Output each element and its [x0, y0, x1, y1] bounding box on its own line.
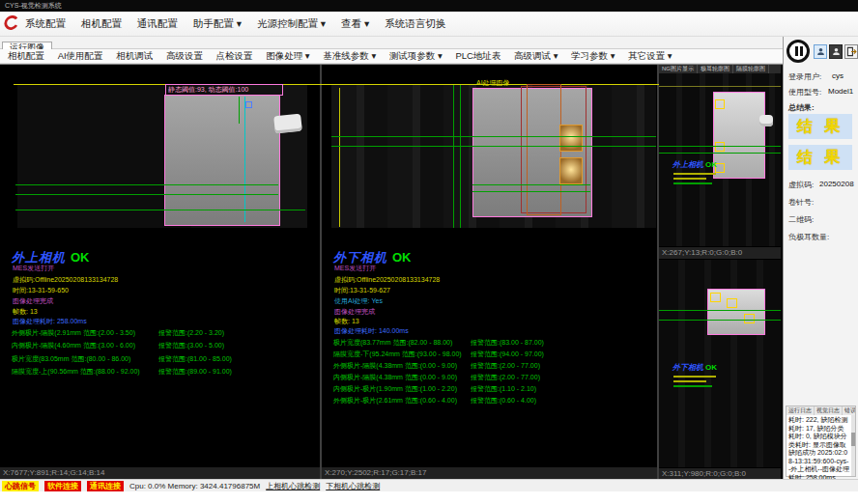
frame-count-line: 帧数: 13	[334, 317, 359, 325]
tab-material-blob	[759, 115, 773, 126]
tab-separator-contour[interactable]: 隔膜轮廓图	[733, 65, 769, 73]
menu-camera-config[interactable]: 相机配置	[81, 17, 122, 29]
tab-detect-box	[559, 125, 583, 152]
edge-line	[453, 85, 454, 228]
login-user-value[interactable]: cys	[832, 71, 844, 80]
log-scrollbar[interactable]	[851, 415, 855, 476]
admin-mode-button[interactable]	[829, 44, 843, 59]
main-view-area: 静态阈值:93, 动态阈值:100 外上相机OK MES发送打开 虚拟码:Off…	[0, 64, 783, 479]
marker-box	[715, 142, 725, 152]
tool-advanced-debug[interactable]: 高级调试 ▾	[514, 50, 558, 61]
tool-advanced-settings[interactable]: 高级设置	[166, 50, 203, 61]
pause-button[interactable]	[786, 40, 810, 63]
menu-view[interactable]: 查看 ▾	[341, 17, 369, 29]
marker-box	[245, 101, 252, 108]
log-tab-vision[interactable]: 视觉日志	[815, 406, 843, 415]
tool-baseline-params[interactable]: 基准线参数 ▾	[323, 50, 376, 61]
status-ok: OK	[71, 250, 90, 265]
measure-line	[15, 184, 278, 185]
thumb-info-bar	[673, 380, 706, 382]
measure-line	[331, 136, 656, 137]
camera-name: 外上相机	[12, 250, 66, 265]
tool-spot-check[interactable]: 点检设置	[216, 50, 253, 61]
tab-ng-image[interactable]: NG图片显示	[659, 65, 698, 73]
thumb-result-title: 外上相机OK	[672, 159, 717, 170]
tool-camera-debug[interactable]: 相机调试	[116, 50, 153, 61]
menu-system-config[interactable]: 系统配置	[25, 17, 66, 29]
tool-test-item-params[interactable]: 测试项参数 ▾	[389, 50, 443, 61]
menu-language-switch[interactable]: 系统语言切换	[385, 17, 445, 29]
pixel-coordinate-bar: X:270;Y:2502;R:17;G:17;B:17	[322, 466, 657, 479]
menu-comm-config[interactable]: 通讯配置	[137, 17, 178, 29]
edge-line	[239, 97, 240, 124]
status-ok: OK	[392, 250, 412, 265]
cpu-memory-status: Cpu: 0.0% Memory: 3424.41796875M	[129, 481, 260, 491]
result-box-lower: 结 果	[788, 145, 852, 170]
tool-ai-use-config[interactable]: AI使用配置	[58, 50, 103, 61]
log-tab-run[interactable]: 运行日志	[786, 406, 815, 415]
qr-code-label: 二维码:	[788, 214, 814, 225]
tool-plc-address-table[interactable]: PLC地址表	[455, 50, 500, 61]
viewport-column-right: NG图片显示极耳轮廓图隔膜轮廓图 外上相机OK X:267;Y:13;R:0;G…	[659, 65, 781, 479]
measurement-row: 外侧极片-极片(2.61mm 范围:(0.60 - 4.00)报警范围:(0.6…	[333, 396, 653, 405]
app-logo-icon	[4, 15, 20, 32]
marker-box	[727, 298, 737, 308]
measurement-row: 隔膜宽度-下(95.24mm 范围:(93.00 - 98.00)报警范围:(9…	[333, 350, 653, 358]
thumb-info-bar	[673, 173, 716, 175]
neg-tab-count-label: 负极耳数量:	[788, 232, 829, 242]
log-text: 耗时: 222, 缺陷检测耗时: 17, 缺陷分类耗时: 0, 缺陷模块分类耗时…	[786, 415, 855, 483]
log-tabs: 运行日志视觉日志错误日志	[786, 406, 855, 415]
ai-process-line: 使用AI处理: Yes	[334, 296, 383, 305]
tool-camera-config[interactable]: 相机配置	[8, 50, 44, 61]
log-tab-error[interactable]: 错误日志	[843, 406, 855, 415]
thumb-info-bar	[673, 376, 716, 378]
user-mode-button[interactable]	[814, 44, 827, 59]
edge-line	[339, 88, 340, 227]
pixel-coordinate-bar: X:267;Y:13;R:0;G:0;B:0	[659, 246, 781, 259]
measurement-row: 极片宽度(83.77mm 范围:(82.00 - 88.00)报警范围:(83.…	[333, 338, 653, 347]
measure-line	[659, 146, 781, 147]
pixel-coordinate-bar: X:7677;Y:891;R:14;G:14;B:14	[0, 466, 320, 479]
tool-image-processing[interactable]: 图像处理 ▾	[266, 50, 309, 61]
viewport-lower-camera[interactable]: AI处理图像 外下相机OK MES发送打开 虚拟码:Offline2025020…	[322, 65, 659, 479]
ai-image-overlay-label: AI处理图像	[476, 78, 510, 87]
measurement-row: 内侧极片-隔膜(4.38mm 范围:(0.00 - 9.00)报警范围:(2.0…	[333, 373, 653, 381]
tab-detect-box	[559, 157, 583, 184]
document-tabstrip: 运行图像	[0, 37, 783, 49]
thumb-info-bar	[673, 178, 706, 180]
tool-other-settings[interactable]: 其它设置 ▾	[628, 50, 672, 61]
software-connect-badge: 软件连接	[44, 481, 81, 491]
menubar: 系统配置 相机配置 通讯配置 助手配置 ▾ 光源控制配置 ▾ 查看 ▾ 系统语言…	[0, 12, 858, 37]
pin-number-label: 卷针号:	[788, 197, 814, 208]
viewport-ng-display[interactable]: NG图片显示极耳轮廓图隔膜轮廓图 外上相机OK X:267;Y:13;R:0;G…	[659, 65, 781, 258]
edge-line	[460, 85, 461, 228]
exit-button[interactable]	[844, 44, 858, 59]
viewport-upper-camera[interactable]: 静态阈值:93, 动态阈值:100 外上相机OK MES发送打开 虚拟码:Off…	[0, 65, 322, 479]
thumb-info-bar	[673, 385, 712, 387]
tab-tab-contour[interactable]: 极耳轮廓图	[698, 65, 733, 73]
barcode-line: 虚拟码:Offline20250208133134728	[334, 275, 440, 284]
measure-line	[472, 191, 590, 192]
measure-line	[659, 153, 781, 154]
viewport-thumb-lower[interactable]: 外下相机OK X:311;Y:980;R:0;G:0;B:0	[659, 260, 781, 480]
statusbar: 心跳信号 软件连接 通讯连接 Cpu: 0.0% Memory: 3424.41…	[0, 479, 858, 491]
upper-camera-heartbeat-link[interactable]: 上相机心跳检测	[266, 481, 320, 491]
tool-learning-params[interactable]: 学习参数 ▾	[571, 50, 615, 61]
window-title: CYS-视觉检测系统	[5, 2, 62, 9]
measurement-row: 极片宽度(83.05mm 范围:(80.00 - 86.00)报警范围:(81.…	[12, 354, 316, 363]
ng-view-tabs: NG图片显示极耳轮廓图隔膜轮廓图	[659, 65, 781, 73]
lower-camera-heartbeat-link[interactable]: 下相机心跳检测	[326, 481, 380, 491]
marker-box	[715, 99, 725, 109]
menu-items: 系统配置 相机配置 通讯配置 助手配置 ▾ 光源控制配置 ▾ 查看 ▾ 系统语言…	[25, 17, 458, 31]
app-window: CYS-视觉检测系统 系统配置 相机配置 通讯配置 助手配置 ▾ 光源控制配置 …	[0, 0, 858, 504]
model-value[interactable]: Model1	[828, 87, 853, 96]
measure-line	[659, 320, 781, 321]
total-result-label: 总结果:	[788, 102, 815, 113]
marker-box	[744, 314, 755, 323]
measurement-row: 外侧极片-隔膜(2.91mm 范围:(2.00 - 3.50)报警范围:(2.2…	[12, 328, 316, 337]
elapsed-line: 图像处理耗时: 258.00ms	[13, 317, 87, 325]
marker-box	[710, 293, 721, 302]
edge-line	[244, 97, 245, 222]
menu-assistant-config[interactable]: 助手配置 ▾	[193, 17, 242, 29]
menu-light-control[interactable]: 光源控制配置 ▾	[257, 17, 326, 29]
